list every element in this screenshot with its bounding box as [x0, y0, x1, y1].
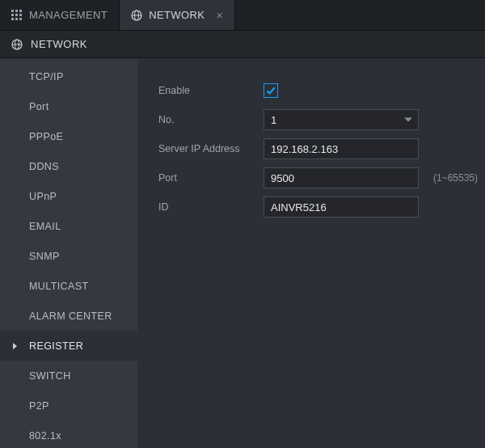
sidebar-item-label: 802.1x	[29, 430, 61, 442]
grid-icon	[11, 10, 23, 21]
sidebar-item-label: TCP/IP	[29, 71, 64, 82]
sidebar-item-label: REGISTER	[29, 340, 83, 352]
sidebar-item-label: SWITCH	[29, 370, 71, 382]
port-input[interactable]	[264, 167, 419, 188]
sidebar-item-label: MULTICAST	[29, 281, 89, 292]
enable-label: Enable	[158, 85, 264, 96]
svg-rect-3	[11, 14, 14, 16]
page-header: NETWORK	[0, 31, 485, 58]
sidebar-item-802-1x[interactable]: 802.1x	[0, 421, 137, 448]
sidebar-item-switch[interactable]: SWITCH	[0, 361, 137, 391]
sidebar-item-alarm-center[interactable]: ALARM CENTER	[0, 301, 137, 331]
sidebar-item-multicast[interactable]: MULTICAST	[0, 271, 137, 301]
svg-rect-8	[19, 18, 22, 20]
svg-rect-5	[19, 14, 22, 16]
sidebar-item-pppoe[interactable]: PPPoE	[0, 121, 137, 151]
sidebar-item-p2p[interactable]: P2P	[0, 391, 137, 421]
svg-rect-4	[15, 14, 18, 16]
port-hint: (1~65535)	[433, 172, 478, 184]
server-ip-label: Server IP Address	[158, 143, 264, 154]
svg-rect-1	[15, 10, 18, 12]
svg-rect-6	[11, 18, 14, 20]
sidebar-item-label: SNMP	[29, 251, 60, 262]
sidebar-item-register[interactable]: REGISTER	[0, 331, 137, 361]
server-ip-input[interactable]	[264, 138, 419, 159]
no-label: No.	[158, 114, 264, 125]
tab-management[interactable]: MANAGEMENT	[0, 0, 120, 30]
sidebar-item-ddns[interactable]: DDNS	[0, 151, 137, 181]
svg-rect-0	[11, 10, 14, 12]
close-icon[interactable]: ×	[216, 10, 223, 21]
sidebar: TCP/IPPortPPPoEDDNSUPnPEMAILSNMPMULTICAS…	[0, 58, 137, 448]
sidebar-item-label: UPnP	[29, 191, 57, 202]
sidebar-item-label: EMAIL	[29, 221, 61, 232]
sidebar-item-label: Port	[29, 101, 49, 112]
tab-network[interactable]: NETWORK ×	[120, 0, 235, 30]
globe-icon	[131, 10, 142, 21]
port-label: Port	[158, 172, 264, 184]
sidebar-item-upnp[interactable]: UPnP	[0, 181, 137, 211]
sidebar-item-snmp[interactable]: SNMP	[0, 241, 137, 271]
check-icon	[265, 85, 276, 96]
enable-checkbox[interactable]	[264, 83, 278, 98]
id-label: ID	[158, 201, 264, 213]
tab-network-label: NETWORK	[149, 9, 205, 21]
globe-icon	[11, 39, 23, 50]
tab-bar: MANAGEMENT NETWORK ×	[0, 0, 485, 31]
page-title: NETWORK	[31, 38, 87, 50]
sidebar-item-label: DDNS	[29, 161, 59, 172]
id-input[interactable]	[264, 197, 419, 218]
sidebar-item-email[interactable]: EMAIL	[0, 211, 137, 241]
register-form: Enable No. Server IP Address Port (1~655…	[137, 58, 485, 448]
sidebar-item-label: ALARM CENTER	[29, 311, 112, 322]
sidebar-item-port[interactable]: Port	[0, 91, 137, 121]
no-select[interactable]	[264, 109, 419, 130]
sidebar-item-label: P2P	[29, 400, 49, 412]
no-select-value[interactable]	[264, 109, 419, 130]
sidebar-item-label: PPPoE	[29, 131, 63, 142]
content: TCP/IPPortPPPoEDDNSUPnPEMAILSNMPMULTICAS…	[0, 58, 485, 448]
sidebar-item-tcp-ip[interactable]: TCP/IP	[0, 61, 137, 91]
svg-rect-7	[15, 18, 18, 20]
tab-management-label: MANAGEMENT	[29, 9, 108, 21]
svg-rect-2	[19, 10, 22, 12]
